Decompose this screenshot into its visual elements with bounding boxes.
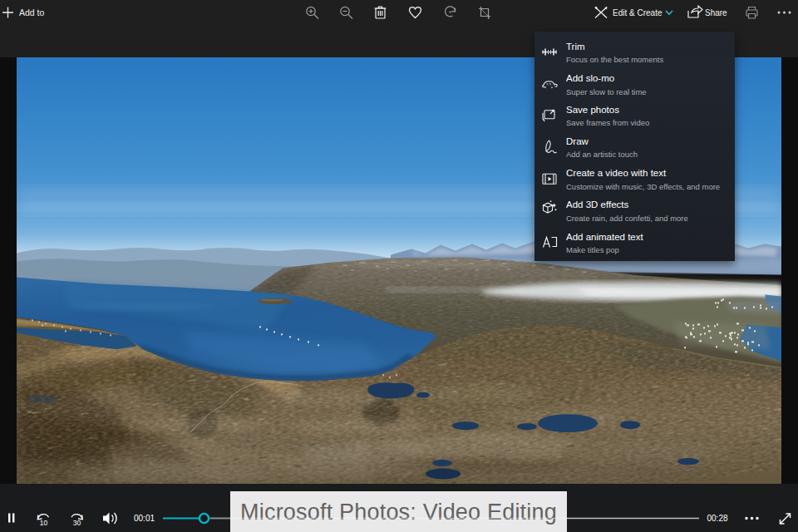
svg-text:Save frames from video: Save frames from video — [566, 118, 649, 127]
svg-text:Make titles pop: Make titles pop — [566, 245, 619, 254]
svg-text:10: 10 — [40, 519, 48, 527]
svg-text:Share: Share — [705, 8, 727, 17]
svg-text:00:28: 00:28 — [707, 514, 727, 523]
svg-text:Create a video with text: Create a video with text — [566, 168, 667, 178]
svg-text:30: 30 — [73, 519, 81, 527]
svg-text:Add slo-mo: Add slo-mo — [566, 73, 614, 83]
svg-text:Draw: Draw — [566, 136, 589, 146]
svg-text:Save photos: Save photos — [566, 105, 619, 115]
svg-text:Customize with music, 3D effec: Customize with music, 3D effects, and mo… — [566, 182, 720, 191]
svg-text:Add animated text: Add animated text — [566, 232, 644, 242]
svg-text:Super slow to real time: Super slow to real time — [566, 87, 647, 96]
svg-text:Add an artistic touch: Add an artistic touch — [566, 150, 638, 159]
svg-text:Edit & Create: Edit & Create — [613, 8, 663, 17]
svg-text:Add to: Add to — [19, 7, 45, 17]
svg-text:Add 3D effects: Add 3D effects — [566, 200, 628, 209]
svg-text:00:01: 00:01 — [134, 514, 155, 523]
svg-text:Trim: Trim — [566, 42, 585, 52]
svg-text:Focus on the best moments: Focus on the best moments — [566, 55, 663, 64]
svg-text:Create rain, add confetti, and: Create rain, add confetti, and more — [566, 214, 688, 223]
